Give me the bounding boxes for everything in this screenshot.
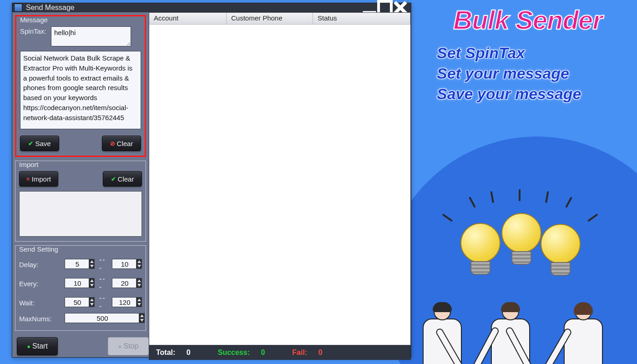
wait-label: Wait: [19, 298, 60, 307]
lightbulb-icon [541, 224, 581, 278]
import-button[interactable]: ≡ Import [19, 171, 58, 187]
close-button[interactable] [393, 3, 408, 12]
check-icon: ✔ [28, 140, 33, 147]
spintax-input[interactable] [51, 26, 131, 46]
results-table: Account Customer Phone Status [149, 12, 411, 345]
every-label: Every: [19, 279, 60, 288]
success-value: 0 [261, 349, 265, 356]
save-button-label: Save [35, 140, 51, 147]
fail-label: Fail: [292, 349, 307, 356]
import-icon: ≡ [26, 176, 30, 182]
maxnums-label: MaxNums: [19, 314, 60, 323]
start-button[interactable]: ● Start [17, 337, 58, 355]
play-icon: ● [27, 343, 30, 350]
range-separator: --- [99, 256, 107, 272]
titlebar[interactable]: Send Message [12, 3, 411, 12]
col-customer-phone[interactable]: Customer Phone [227, 13, 313, 24]
check-icon: ✔ [111, 176, 116, 182]
spinner[interactable] [136, 298, 142, 307]
col-status[interactable]: Status [313, 13, 410, 24]
range-separator: --- [99, 294, 107, 310]
person-illustration [415, 303, 470, 364]
clear-message-button[interactable]: ⊘ Clear [102, 136, 141, 151]
send-setting-legend: Send Setting [18, 245, 59, 253]
promo-line-1: Set SpinTax [437, 44, 619, 62]
status-bar: Total: 0 Success: 0 Fail: 0 [149, 345, 411, 360]
spinner[interactable] [89, 278, 94, 288]
maxnums-input[interactable] [65, 313, 145, 323]
send-setting-group: Send Setting Delay: --- Every: --- Wait: [15, 245, 146, 331]
total-value: 0 [187, 349, 191, 356]
sidebar: Message SpinTax: ✔ Save ⊘ Clear [12, 12, 149, 360]
clear-import-button[interactable]: ✔ Clear [103, 171, 142, 187]
total-label: Total: [156, 349, 175, 356]
stop-icon: ● [118, 343, 122, 350]
import-list[interactable] [19, 191, 142, 237]
main-pane: Account Customer Phone Status Total: 0 S… [149, 12, 411, 360]
person-illustration [556, 303, 611, 364]
import-button-label: Import [32, 175, 51, 183]
success-label: Success: [218, 349, 250, 356]
stop-button[interactable]: ● Stop [108, 337, 149, 355]
spinner[interactable] [139, 313, 144, 323]
spinner[interactable] [136, 259, 142, 268]
spintax-label: SpinTax: [20, 26, 46, 35]
app-icon [14, 4, 22, 12]
minimize-button[interactable] [362, 3, 377, 12]
table-body[interactable] [149, 25, 410, 345]
app-window: Send Message Message SpinTax: ✔ Save [12, 3, 411, 358]
lightbulb-icon [460, 223, 500, 278]
window-title: Send Message [26, 4, 75, 12]
fail-value: 0 [318, 349, 323, 356]
start-button-label: Start [32, 342, 48, 350]
clear-message-label: Clear [117, 140, 133, 147]
range-separator: --- [99, 275, 107, 291]
illustration [406, 196, 633, 364]
import-legend: Import [18, 161, 40, 168]
ban-icon: ⊘ [110, 140, 115, 147]
clear-import-label: Clear [118, 175, 134, 183]
promo-line-3: Save your message [437, 85, 619, 103]
promo-title: Bulk Sender [437, 5, 619, 35]
spinner[interactable] [136, 278, 142, 288]
message-body-input[interactable] [20, 51, 141, 129]
save-button[interactable]: ✔ Save [20, 136, 59, 151]
table-header: Account Customer Phone Status [149, 13, 410, 25]
promo-panel: Bulk Sender Set SpinTax Set your message… [437, 5, 619, 106]
spinner[interactable] [89, 259, 94, 268]
spinner[interactable] [89, 298, 94, 307]
delay-label: Delay: [19, 260, 60, 268]
maximize-button[interactable] [377, 3, 393, 12]
lightbulb-icon [501, 213, 541, 268]
promo-line-2: Set your message [437, 65, 619, 82]
message-legend: Message [19, 16, 49, 24]
message-group: Message SpinTax: ✔ Save ⊘ Clear [15, 15, 146, 157]
person-illustration [483, 303, 538, 364]
col-account[interactable]: Account [149, 13, 227, 24]
import-group: Import ≡ Import ✔ Clear [15, 161, 146, 242]
stop-button-label: Stop [123, 342, 138, 350]
